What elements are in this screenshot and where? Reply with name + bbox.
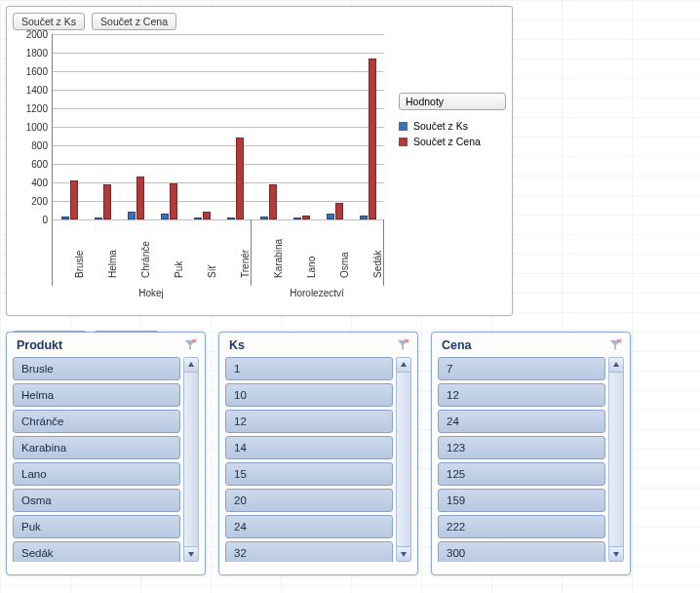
bar-ks [161, 214, 169, 219]
field-button-soucet-cena[interactable]: Součet z Cena [92, 13, 176, 30]
slicer-item[interactable]: 15 [225, 462, 393, 486]
x-tick-label: Trenér [240, 250, 251, 278]
y-tick-label: 0 [13, 215, 48, 225]
gridline [53, 145, 384, 146]
bar-ks [95, 217, 102, 219]
field-button-soucet-ks[interactable]: Součet z Ks [13, 13, 85, 30]
bar-cena [236, 138, 244, 219]
clear-filter-icon[interactable] [183, 338, 197, 352]
x-tick-label: Síť [207, 265, 217, 278]
x-tick-label: Lano [306, 257, 317, 278]
slicer-item[interactable]: Brusle [13, 357, 180, 380]
slicer-item[interactable]: 159 [438, 489, 605, 512]
slicer-item[interactable]: Puk [13, 515, 180, 538]
bar-cena [269, 184, 277, 219]
gridline [53, 53, 384, 54]
bar-cena [70, 180, 78, 219]
bar-ks [260, 217, 268, 219]
bar-cena [203, 212, 211, 219]
y-tick-label: 200 [13, 196, 48, 207]
scroll-down-icon[interactable] [609, 546, 623, 561]
chart-legend: Hodnoty Součet z Ks Součet z Cena [399, 93, 506, 151]
slicer-item[interactable]: 125 [438, 462, 605, 486]
clear-filter-icon[interactable] [396, 338, 409, 352]
gridline [53, 127, 384, 128]
slicer-item[interactable]: Lano [13, 462, 180, 486]
y-tick-label: 800 [13, 140, 48, 151]
scrollbar[interactable] [608, 357, 624, 562]
bar-cena [369, 59, 376, 219]
scrollbar[interactable] [183, 357, 199, 562]
y-tick-label: 1600 [13, 66, 48, 77]
bar-ks [360, 216, 368, 219]
slicer-item[interactable]: Sedák [13, 541, 180, 562]
slicer-item[interactable]: 7 [438, 357, 605, 380]
bar-cena [170, 183, 177, 219]
bar-group [192, 212, 212, 219]
bar-ks [227, 217, 235, 219]
gridline [53, 108, 384, 109]
slicer-ks: Ks 110121415202432 [218, 332, 418, 575]
y-tick-label: 2000 [13, 29, 48, 40]
bar-ks [293, 217, 301, 219]
legend-item-cena: Součet z Cena [399, 136, 506, 147]
slicer-item[interactable]: 32 [225, 541, 393, 562]
bar-cena [335, 203, 343, 219]
x-tick-label: Sedák [372, 251, 383, 278]
gridline [53, 219, 384, 220]
y-tick-label: 600 [13, 159, 48, 170]
slicer-item[interactable]: Karabina [13, 436, 180, 459]
chart-plot: Hodnoty Součet z Ks Součet z Cena 020040… [13, 34, 506, 278]
slicer-item[interactable]: 24 [438, 410, 605, 433]
slicer-item[interactable]: Helma [13, 383, 180, 407]
scroll-down-icon[interactable] [184, 546, 198, 561]
slicer-item[interactable]: 14 [225, 436, 393, 459]
slicer-item[interactable]: 12 [438, 383, 605, 407]
bar-cena [136, 177, 144, 219]
slicer-item[interactable]: 24 [225, 515, 393, 538]
x-tick-label: Helma [107, 250, 118, 278]
scroll-up-icon[interactable] [397, 358, 410, 373]
gridline [53, 164, 384, 165]
category-separator [251, 219, 252, 286]
plot-area [52, 34, 384, 220]
legend-title[interactable]: Hodnoty [399, 93, 506, 110]
slicer-ks-title: Ks [229, 338, 245, 352]
slicer-item[interactable]: 222 [438, 515, 605, 538]
slicer-item[interactable]: 300 [438, 541, 605, 562]
gridline [53, 71, 384, 72]
slicer-item[interactable]: 10 [225, 383, 393, 407]
x-tick-label: Chránče [140, 241, 151, 278]
bar-group [292, 216, 311, 219]
bar-ks [194, 217, 202, 219]
y-tick-label: 400 [13, 178, 48, 188]
slicer-item[interactable]: 123 [438, 436, 605, 459]
slicer-item[interactable]: 1 [225, 357, 393, 380]
bar-group [159, 183, 178, 219]
y-tick-label: 1200 [13, 103, 48, 114]
scrollbar[interactable] [396, 357, 411, 562]
legend-label-cena: Součet z Cena [413, 136, 481, 147]
x-tick-label: Osma [339, 252, 350, 278]
slicer-item[interactable]: 20 [225, 489, 393, 512]
slicer-item[interactable]: 12 [225, 410, 393, 433]
scroll-down-icon[interactable] [397, 546, 410, 561]
legend-item-ks: Součet z Ks [399, 120, 506, 132]
scroll-up-icon[interactable] [609, 358, 623, 373]
scroll-up-icon[interactable] [184, 358, 198, 373]
y-tick-label: 1800 [13, 48, 48, 59]
category-label-hokej: Hokej [52, 288, 251, 298]
slicer-item[interactable]: Osma [13, 489, 180, 512]
slicer-cena-title: Cena [442, 338, 472, 352]
x-tick-label: Puk [174, 261, 184, 278]
slicer-item[interactable]: Chránče [13, 410, 180, 433]
clear-filter-icon[interactable] [608, 338, 622, 352]
pivot-chart: Součet z Ks Součet z Cena Hodnoty Součet… [6, 6, 513, 316]
gridline [53, 34, 384, 35]
slicer-produkt: Produkt BrusleHelmaChránčeKarabinaLanoOs… [6, 332, 206, 575]
x-tick-label: Karabina [273, 239, 284, 278]
bar-cena [103, 184, 111, 219]
bar-ks [128, 212, 136, 219]
bar-group [93, 184, 112, 219]
bar-ks [61, 217, 69, 219]
